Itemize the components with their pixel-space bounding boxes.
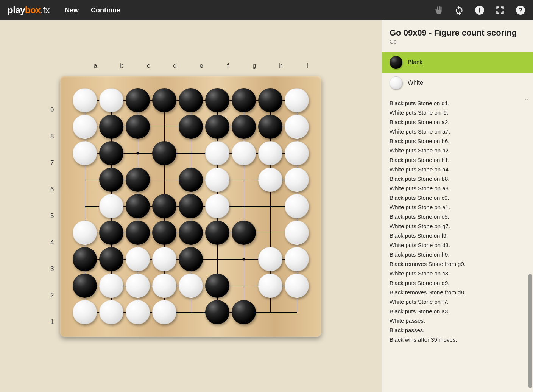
black-stone[interactable] (232, 300, 256, 324)
white-stone[interactable] (126, 274, 150, 298)
black-stone[interactable] (99, 168, 123, 192)
row-label: 9 (50, 97, 54, 123)
white-stone[interactable] (179, 274, 203, 298)
white-stone[interactable] (285, 274, 309, 298)
white-stone[interactable] (99, 300, 123, 324)
log-line: Black removes Stone from d8. (390, 288, 525, 297)
game-subtitle: Go (390, 39, 525, 45)
black-stone[interactable] (179, 194, 203, 218)
black-stone[interactable] (205, 274, 229, 298)
row-label: 8 (50, 123, 54, 150)
logo-part-2: box (25, 5, 41, 15)
black-stone[interactable] (179, 247, 203, 271)
black-stone[interactable] (232, 88, 256, 112)
go-board[interactable] (60, 76, 321, 337)
white-stone[interactable] (205, 141, 229, 165)
info-icon[interactable] (475, 5, 485, 15)
nav-continue[interactable]: Continue (91, 6, 120, 14)
move-log[interactable]: ︿ Black puts Stone on g1.White puts Ston… (382, 93, 533, 392)
black-stone[interactable] (99, 221, 123, 245)
row-label: 2 (50, 282, 54, 309)
players-list: BlackWhite (382, 52, 533, 93)
white-stone[interactable] (285, 194, 309, 218)
game-title: Go 09x09 - Figure count scoring (390, 28, 525, 38)
white-stone[interactable] (126, 300, 150, 324)
hand-icon[interactable] (434, 5, 444, 15)
black-stone[interactable] (126, 221, 150, 245)
white-stone[interactable] (285, 168, 309, 192)
white-stone[interactable] (73, 88, 97, 112)
black-stone[interactable] (126, 168, 150, 192)
white-stone[interactable] (285, 115, 309, 139)
nav-new[interactable]: New (65, 6, 79, 14)
svg-rect-1 (479, 9, 480, 13)
player-white[interactable]: White (382, 73, 533, 93)
white-stone[interactable] (285, 247, 309, 271)
white-stone[interactable] (99, 194, 123, 218)
white-stone[interactable] (285, 88, 309, 112)
row-label: 1 (50, 309, 54, 335)
white-stone[interactable] (205, 194, 229, 218)
white-stone[interactable] (285, 221, 309, 245)
white-stone[interactable] (152, 300, 176, 324)
white-stone[interactable] (152, 274, 176, 298)
white-stone[interactable] (258, 247, 282, 271)
white-stone[interactable] (285, 141, 309, 165)
fullscreen-icon[interactable] (495, 5, 505, 15)
black-stone[interactable] (99, 115, 123, 139)
black-stone[interactable] (152, 221, 176, 245)
log-line: White puts Stone on c3. (390, 269, 525, 278)
white-stone[interactable] (205, 168, 229, 192)
black-stone[interactable] (205, 300, 229, 324)
white-stone[interactable] (258, 274, 282, 298)
black-stone[interactable] (258, 88, 282, 112)
black-stone[interactable] (152, 194, 176, 218)
white-stone[interactable] (258, 141, 282, 165)
white-stone[interactable] (258, 168, 282, 192)
log-line: Black wins after 39 moves. (390, 335, 525, 344)
white-stone[interactable] (152, 247, 176, 271)
log-line: Black puts Stone on a3. (390, 306, 525, 316)
black-stone[interactable] (152, 141, 176, 165)
white-stone[interactable] (73, 300, 97, 324)
log-line: White puts Stone on a7. (390, 127, 525, 136)
refresh-icon[interactable] (454, 5, 464, 15)
col-label: b (109, 62, 135, 70)
help-icon[interactable]: ? (516, 5, 525, 15)
black-stone[interactable] (99, 247, 123, 271)
black-stone[interactable] (179, 88, 203, 112)
black-stone[interactable] (73, 274, 97, 298)
player-black[interactable]: Black (382, 52, 533, 73)
black-stone[interactable] (205, 88, 229, 112)
black-stone[interactable] (152, 88, 176, 112)
black-stone-icon (390, 56, 402, 69)
black-stone[interactable] (126, 194, 150, 218)
black-stone[interactable] (232, 115, 256, 139)
log-line: Black puts Stone on f9. (390, 231, 525, 240)
col-label: c (135, 62, 162, 70)
white-stone[interactable] (99, 88, 123, 112)
white-stone[interactable] (99, 274, 123, 298)
black-stone[interactable] (258, 115, 282, 139)
col-label: a (82, 62, 109, 70)
log-line: White puts Stone on h2. (390, 146, 525, 155)
black-stone[interactable] (126, 88, 150, 112)
white-stone[interactable] (73, 141, 97, 165)
black-stone[interactable] (73, 247, 97, 271)
white-stone[interactable] (73, 221, 97, 245)
collapse-icon[interactable]: ︿ (524, 95, 529, 102)
board-area: abcdefghi 123456789 (0, 20, 382, 392)
black-stone[interactable] (205, 115, 229, 139)
white-stone[interactable] (73, 115, 97, 139)
black-stone[interactable] (205, 221, 229, 245)
black-stone[interactable] (179, 221, 203, 245)
black-stone[interactable] (232, 221, 256, 245)
white-stone[interactable] (126, 247, 150, 271)
scrollbar-thumb[interactable] (528, 274, 532, 388)
side-panel: Go 09x09 - Figure count scoring Go Black… (382, 20, 533, 392)
black-stone[interactable] (99, 141, 123, 165)
white-stone[interactable] (232, 141, 256, 165)
black-stone[interactable] (179, 115, 203, 139)
black-stone[interactable] (126, 115, 150, 139)
black-stone[interactable] (179, 168, 203, 192)
